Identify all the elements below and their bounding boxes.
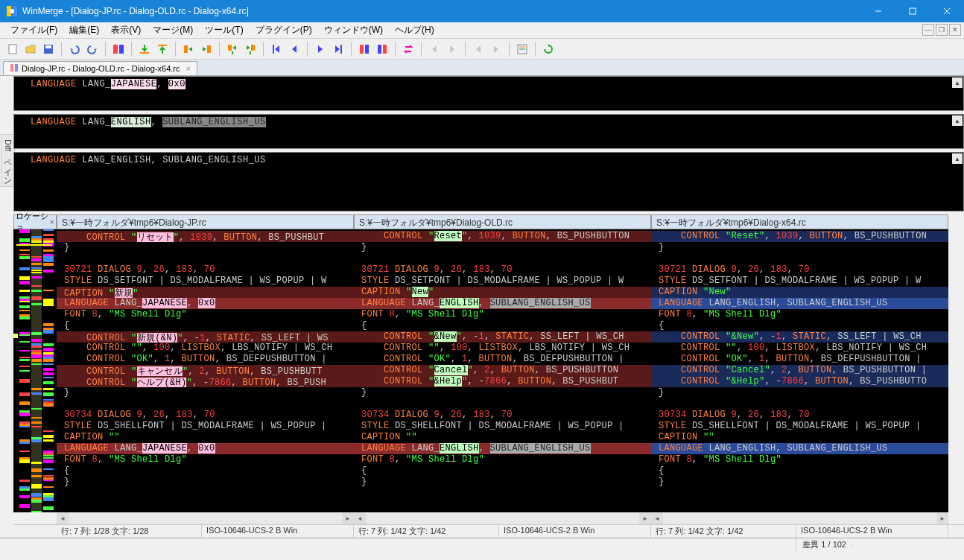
svg-rect-16 [228, 45, 232, 51]
copy-left-advance-icon[interactable] [242, 41, 259, 57]
file-header-3[interactable]: S:¥一時フォルダ¥tmp6¥Dialog-x64.rc [651, 214, 948, 229]
refresh-icon[interactable] [540, 41, 556, 57]
statusbar: 差異 1 / 102 [0, 538, 964, 551]
status-pos-1: 行: 7 列: 1/28 文字: 1/28 [57, 525, 202, 538]
status-pos-3: 行: 7 列: 1/42 文字: 1/42 [651, 525, 796, 538]
location-close-icon[interactable]: × [50, 217, 54, 226]
hscrollbar-3[interactable]: ◄► [651, 512, 948, 524]
document-tab[interactable]: Dialog-JP.rc - Dialog-OLD.rc - Dialog-x6… [3, 61, 197, 75]
status-enc-3: ISO-10646-UCS-2 B Win [796, 525, 948, 538]
svg-rect-28 [15, 64, 18, 71]
diff-detail-pane-1[interactable]: LANGUAGE LANG_JAPANESE, 0x0 ▲ [13, 76, 964, 111]
menu-view[interactable]: 表示(V) [105, 22, 147, 38]
toolbar [0, 39, 964, 60]
svg-rect-17 [251, 45, 255, 51]
next-conflict-icon[interactable] [444, 41, 460, 57]
new-icon[interactable] [4, 41, 21, 57]
location-pane[interactable] [13, 229, 57, 512]
mdi-restore-button[interactable]: ❐ [936, 24, 948, 36]
tab-label: Dialog-JP.rc - Dialog-OLD.rc - Dialog-x6… [22, 64, 180, 73]
status-diff-count: 差異 1 / 102 [796, 538, 852, 551]
code-pane-1[interactable]: CONTROL "リセット", 1039, BUTTON, BS_PUSHBUT… [57, 229, 354, 512]
redo-icon[interactable] [84, 41, 101, 57]
titlebar: WinMerge - [Dialog-JP.rc - Dialog-OLD.rc… [0, 0, 964, 22]
next-diff-btn-icon[interactable] [312, 41, 329, 57]
hscrollbar-2[interactable]: ◄► [354, 512, 651, 524]
svg-rect-7 [9, 45, 16, 54]
next-diff-icon[interactable] [136, 41, 153, 57]
window-title: WinMerge - [Dialog-JP.rc - Dialog-OLD.rc… [22, 6, 861, 16]
scroll-up-icon[interactable]: ▲ [952, 77, 963, 88]
svg-rect-12 [140, 52, 149, 54]
diff-panes-icon[interactable] [110, 41, 127, 57]
diff-detail-panes: LANGUAGE LANG_JAPANESE, 0x0 ▲ LANGUAGE L… [13, 76, 964, 211]
svg-rect-20 [360, 45, 364, 54]
svg-rect-11 [119, 45, 124, 54]
menu-tools[interactable]: ツール(T) [199, 22, 249, 38]
mdi-close-button[interactable]: ✕ [949, 24, 961, 36]
diff-detail-pane-3[interactable]: LANGUAGE LANG_ENGLISH, SUBLANG_ENGLISH_U… [13, 152, 964, 211]
last-diff-icon[interactable] [330, 41, 346, 57]
hscrollbar-1[interactable]: ◄► [57, 512, 354, 524]
copy-right-advance-icon[interactable] [224, 41, 241, 57]
menu-window[interactable]: ウィンドウ(W) [318, 22, 389, 38]
menu-plugins[interactable]: プラグイン(P) [250, 22, 318, 38]
mdi-minimize-button[interactable]: — [922, 24, 934, 36]
first-diff-icon[interactable] [268, 41, 285, 57]
menu-help[interactable]: ヘルプ(H) [389, 22, 440, 38]
document-tabs: Dialog-JP.rc - Dialog-OLD.rc - Dialog-x6… [0, 60, 964, 76]
svg-rect-15 [207, 45, 211, 53]
svg-rect-14 [184, 45, 188, 53]
next-file-icon[interactable] [488, 41, 504, 57]
file-header-2[interactable]: S:¥一時フォルダ¥tmp6¥Dialog-OLD.rc [354, 214, 651, 229]
app-icon [6, 5, 18, 17]
svg-point-2 [10, 9, 14, 13]
scroll-up-icon[interactable]: ▲ [952, 115, 963, 126]
svg-rect-22 [378, 45, 381, 54]
svg-rect-13 [158, 45, 167, 46]
svg-rect-9 [45, 45, 51, 48]
svg-rect-4 [910, 8, 916, 14]
options-icon[interactable] [514, 41, 530, 57]
tab-file-icon [10, 63, 19, 74]
close-button[interactable] [930, 0, 964, 22]
menu-file[interactable]: ファイル(F) [4, 22, 63, 38]
open-icon[interactable] [22, 41, 39, 57]
undo-icon[interactable] [66, 41, 83, 57]
menu-merge[interactable]: マージ(M) [147, 22, 199, 38]
status-enc-2: ISO-10646-UCS-2 B Win [499, 525, 651, 538]
prev-conflict-icon[interactable] [426, 41, 443, 57]
prev-file-icon[interactable] [470, 41, 486, 57]
code-pane-2[interactable]: CONTROL "Reset", 1039, BUTTON, BS_PUSHBU… [354, 229, 651, 512]
status-pos-2: 行: 7 列: 1/42 文字: 1/42 [354, 525, 499, 538]
code-pane-3[interactable]: CONTROL "Reset", 1039, BUTTON, BS_PUSHBU… [651, 229, 948, 512]
scroll-up-icon[interactable]: ▲ [952, 153, 963, 164]
copy-right-icon[interactable] [180, 41, 197, 57]
svg-rect-23 [383, 45, 387, 54]
menubar: ファイル(F) 編集(E) 表示(V) マージ(M) ツール(T) プラグイン(… [0, 22, 964, 39]
status-enc-1: ISO-10646-UCS-2 B Win [202, 525, 354, 538]
copy-left-icon[interactable] [198, 41, 215, 57]
current-diff-right-icon[interactable] [374, 41, 390, 57]
diff-detail-pane-2[interactable]: LANGUAGE LANG_ENGLISH, SUBLANG_ENGLISH_U… [13, 114, 964, 149]
file-header-1[interactable]: S:¥一時フォルダ¥tmp6¥Dialog-JP.rc [57, 214, 354, 229]
save-icon[interactable] [40, 41, 57, 57]
location-pane-header: ロケーショ× [13, 214, 57, 229]
swap-icon[interactable] [400, 41, 416, 57]
prev-diff-btn-icon[interactable] [286, 41, 302, 57]
svg-rect-27 [10, 64, 13, 71]
minimize-button[interactable] [861, 0, 895, 22]
maximize-button[interactable] [895, 0, 930, 22]
current-diff-left-icon[interactable] [356, 41, 372, 57]
tab-close-icon[interactable]: × [186, 64, 191, 73]
menu-edit[interactable]: 編集(E) [63, 22, 105, 38]
svg-rect-21 [365, 45, 369, 54]
prev-diff-icon[interactable] [154, 41, 171, 57]
svg-rect-10 [113, 45, 118, 54]
